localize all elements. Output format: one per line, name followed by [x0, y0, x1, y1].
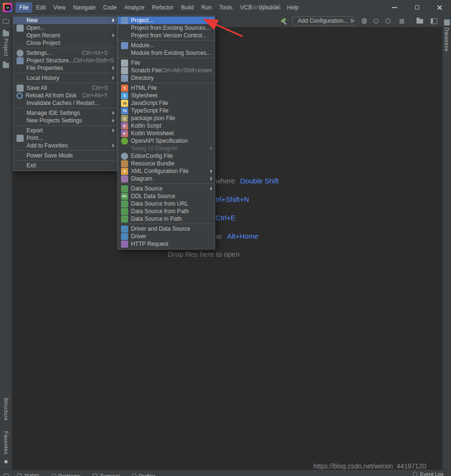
new-submenu-item-kotlin-script[interactable]: Kotlin Script	[118, 122, 215, 130]
new-submenu-item-project-from-existing-sources[interactable]: Project from Existing Sources...	[118, 24, 215, 32]
file-menu-item-open-recent[interactable]: Open Recent	[13, 32, 117, 39]
new-submenu-item-package-json-file[interactable]: package.json File	[118, 114, 215, 122]
new-submenu-item-project-from-version-control[interactable]: Project from Version Control...	[118, 32, 215, 39]
debug-icon[interactable]	[362, 18, 367, 24]
shortcut-label: Ctrl+S	[92, 85, 108, 91]
favorites-tab[interactable]: Favorites	[3, 431, 9, 455]
menubar-item-navigate[interactable]: Navigate	[69, 2, 99, 13]
file-menu-item-add-to-favorites[interactable]: Add to Favorites	[13, 142, 117, 149]
statusbar-item-terminal[interactable]: Terminal	[93, 473, 120, 476]
window-controls	[383, 0, 451, 15]
menu-separator	[13, 125, 117, 126]
new-submenu-item-data-source[interactable]: Data Source	[118, 185, 215, 192]
stop-icon[interactable]	[399, 19, 404, 24]
statusbar-item-problems[interactable]: Problems	[52, 473, 80, 476]
shortcut-label: Ctrl+Alt+Shift+Insert	[161, 67, 212, 74]
new-submenu-item-ddl-data-source[interactable]: DDL Data Source	[118, 192, 215, 200]
statusbar-item-profiler[interactable]: Profiler	[132, 473, 156, 476]
new-submenu-item-xml-configuration-file[interactable]: XML Configuration File	[118, 167, 215, 175]
hint-go-to-file: trl+Shift+N	[216, 195, 249, 203]
commit-icon[interactable]	[3, 63, 9, 68]
menubar-item-file[interactable]: File	[16, 2, 32, 13]
db-path-icon	[121, 208, 128, 215]
close-button[interactable]	[428, 0, 451, 15]
new-submenu-item-driver-and-data-source[interactable]: Driver and Data Source	[118, 225, 215, 233]
database-tab[interactable]: Database	[444, 19, 450, 52]
shortcut-label: Ctrl+Alt+S	[82, 50, 108, 56]
statusbar-item-todo[interactable]: TODO	[17, 473, 39, 476]
new-submenu-item-stylesheet[interactable]: Stylesheet	[118, 92, 215, 99]
toolwindow-switcher-icon[interactable]	[4, 474, 9, 476]
new-submenu-item-kotlin-worksheet[interactable]: Kotlin Worksheet	[118, 130, 215, 137]
new-submenu-item-resource-bundle[interactable]: Resource Bundle	[118, 160, 215, 167]
submenu-arrow-icon	[113, 66, 114, 70]
minimize-icon	[392, 7, 397, 8]
coverage-icon[interactable]	[373, 18, 379, 24]
menubar-item-code[interactable]: Code	[99, 2, 121, 13]
file-menu-item-invalidate-caches-restart[interactable]: Invalidate Caches / Restart...	[13, 99, 117, 107]
kotlin-icon	[121, 130, 128, 137]
new-submenu-item-directory[interactable]: Directory	[118, 74, 215, 82]
file-menu-item-new[interactable]: New	[13, 17, 117, 24]
file-menu-item-file-properties[interactable]: File Properties	[13, 64, 117, 72]
new-submenu-item-javascript-file[interactable]: JavaScript File	[118, 99, 215, 107]
openapi-icon	[121, 138, 128, 145]
file-menu-item-reload-all-from-disk[interactable]: Reload All from Disk Ctrl+Alt+Y	[13, 92, 117, 99]
menubar-item-view[interactable]: View	[50, 2, 69, 13]
layout-icon[interactable]	[431, 18, 437, 24]
profiler-icon[interactable]	[385, 18, 390, 24]
add-configuration-button[interactable]: Add Configuration...	[292, 16, 354, 26]
new-submenu-item-project[interactable]: Project...	[118, 17, 215, 24]
file-icon	[121, 60, 128, 67]
menubar-item-edit[interactable]: Edit	[32, 2, 50, 13]
new-submenu-item-swing-ui-designer[interactable]: Swing UI Designer	[118, 145, 215, 152]
file-menu-item-project-structure[interactable]: Project Structure... Ctrl+Alt+Shift+S	[13, 57, 117, 64]
new-submenu-item-data-source-from-path[interactable]: Data Source from Path	[118, 208, 215, 215]
file-menu-item-save-all[interactable]: Save All Ctrl+S	[13, 84, 117, 92]
file-menu-item-print[interactable]: Print...	[13, 134, 117, 142]
file-menu-item-open[interactable]: Open...	[13, 24, 117, 32]
project-tab[interactable]: Project	[3, 31, 9, 56]
submenu-arrow-icon	[210, 169, 212, 173]
menubar-item-run[interactable]: Run	[198, 2, 216, 13]
run-icon[interactable]	[351, 18, 355, 23]
new-submenu-item-diagram[interactable]: Diagram	[118, 175, 215, 182]
menubar-item-help[interactable]: Help	[283, 2, 303, 13]
new-submenu-item-module-from-existing-sources[interactable]: Module from Existing Sources...	[118, 49, 215, 57]
new-submenu-item-driver[interactable]: Driver	[118, 233, 215, 240]
new-submenu-item-data-source-from-url[interactable]: Data Source from URL	[118, 200, 215, 208]
menubar-item-build[interactable]: Build	[177, 2, 198, 13]
event-log-button[interactable]: Event Log	[413, 471, 443, 476]
new-submenu-item-typescript-file[interactable]: TypeScript File	[118, 107, 215, 114]
build-icon[interactable]	[280, 17, 288, 25]
file-menu-item-new-projects-settings[interactable]: New Projects Settings	[13, 117, 117, 124]
new-submenu-item-data-source-in-path[interactable]: Data Source in Path	[118, 215, 215, 223]
new-submenu-item-scratch-file[interactable]: Scratch File Ctrl+Alt+Shift+Insert	[118, 67, 215, 74]
menubar-item-analyze[interactable]: Analyze	[121, 2, 148, 13]
file-menu-item-close-project[interactable]: Close Project	[13, 39, 117, 47]
new-submenu-item-html-file[interactable]: HTML File	[118, 84, 215, 92]
menubar-item-tools[interactable]: Tools	[216, 2, 236, 13]
new-submenu-item-http-request[interactable]: HTTP Request	[118, 240, 215, 248]
maximize-button[interactable]	[406, 0, 428, 15]
file-menu-item-export[interactable]: Export	[13, 127, 117, 134]
structure-tab[interactable]: Structure	[3, 398, 9, 421]
new-submenu-item-editorconfig-file[interactable]: EditorConfig File	[118, 152, 215, 160]
file-menu-item-power-save-mode[interactable]: Power Save Mode	[13, 152, 117, 159]
minimize-button[interactable]	[383, 0, 406, 15]
file-menu-item-local-history[interactable]: Local History	[13, 74, 117, 82]
new-submenu-item-openapi-specification[interactable]: OpenAPI Specification	[118, 137, 215, 145]
new-submenu-item-file[interactable]: File	[118, 59, 215, 67]
toolwindow-icon[interactable]	[3, 19, 9, 24]
submenu-arrow-icon	[113, 18, 114, 22]
menubar-item-refactor[interactable]: Refactor	[148, 2, 177, 13]
new-submenu-item-module[interactable]: Module...	[118, 42, 215, 49]
open-project-icon[interactable]	[416, 19, 423, 24]
ide-window: IJ FileEditViewNavigateCodeAnalyzeRefact…	[0, 0, 451, 476]
file-menu-item-exit[interactable]: Exit	[13, 162, 117, 169]
folder-icon	[17, 25, 24, 32]
file-menu-item-manage-ide-settings[interactable]: Manage IDE Settings	[13, 109, 117, 117]
module-icon	[121, 42, 128, 49]
file-menu-item-settings[interactable]: Settings... Ctrl+Alt+S	[13, 49, 117, 57]
star-icon[interactable]: ★	[3, 459, 9, 465]
